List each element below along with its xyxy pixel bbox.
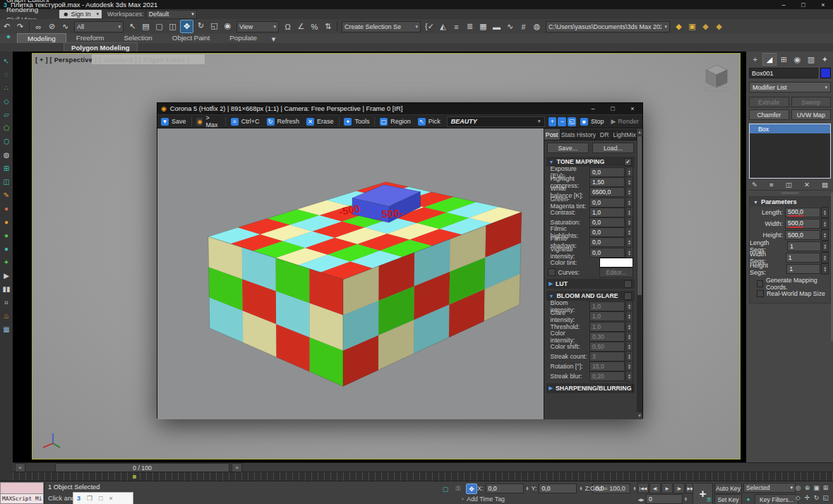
polygon-subobject-icon[interactable]: ⬠ [1, 121, 12, 135]
select-by-name-icon[interactable]: ▤ [140, 20, 152, 32]
isolate-selection-icon[interactable]: ▢ [441, 484, 450, 493]
auto-key-button[interactable]: Auto Key [714, 483, 742, 493]
ribbon-tab[interactable]: Selection [114, 33, 162, 42]
value-field[interactable]: 1,0 [589, 322, 625, 332]
paint-deform-icon[interactable]: ✎ [1, 188, 12, 202]
value-field[interactable]: 15,0 [589, 361, 625, 371]
render-production-icon[interactable]: ◆ [700, 20, 712, 32]
curves-checkbox[interactable] [548, 268, 556, 276]
select-and-scale-icon[interactable]: ◱ [208, 20, 220, 32]
toggle-layer-explorer-icon[interactable]: ▦ [477, 20, 489, 32]
curves-editor-button[interactable]: Editor... [599, 268, 633, 277]
populate-walk-icon[interactable]: ✦ [1, 256, 12, 269]
color-tint-swatch[interactable] [599, 258, 633, 268]
corona-maximize-button[interactable]: □ [603, 104, 623, 114]
value-field[interactable]: 3 [589, 352, 625, 361]
previous-frame-icon[interactable]: ◀| [649, 483, 661, 493]
corona-stop-button[interactable]: ■Stop [577, 116, 608, 127]
corona-copy-button[interactable]: ≡Ctrl+C [227, 116, 263, 127]
create-tab-icon[interactable]: + [749, 54, 761, 65]
spinner-icon[interactable]: ▲▼ [625, 371, 633, 382]
reference-coordinate-dropdown[interactable]: View▾ [236, 21, 279, 32]
value-field[interactable]: 0,50 [589, 342, 625, 352]
spinner-snap-icon[interactable]: ⇅ [322, 20, 334, 32]
mini-viewport-icon[interactable]: ▦ [1, 323, 12, 336]
corona-close-button[interactable]: × [623, 104, 642, 114]
maximize-viewport-icon[interactable]: ◱ [821, 493, 830, 503]
value-field[interactable]: 1,0 [589, 311, 625, 321]
restore-icon[interactable]: ❐ [87, 495, 92, 502]
ribbon-minimize-icon[interactable]: ▾ [268, 35, 280, 43]
modifier-button[interactable]: Extrude [749, 97, 789, 107]
ribbon-tab[interactable]: Modeling [17, 33, 66, 43]
pan-icon[interactable]: ✛ [803, 493, 812, 503]
toggle-ribbon-icon[interactable]: ▬ [491, 20, 503, 32]
scrollbar-thumb[interactable] [637, 136, 642, 295]
minimize-button[interactable]: – [774, 0, 793, 9]
maximize-icon[interactable]: □ [99, 495, 102, 502]
scroll-down-icon[interactable]: ▼ [637, 412, 642, 419]
select-and-link-icon[interactable]: ∞ [32, 20, 44, 32]
value-field[interactable]: 0,0 [589, 237, 625, 247]
play-animation-icon[interactable]: ▶ [1, 269, 12, 282]
close-button[interactable]: × [813, 0, 833, 9]
render-setup-icon[interactable]: ◆ [673, 20, 685, 32]
pause-animation-icon[interactable]: ▮▮ [1, 282, 12, 296]
maximize-button[interactable]: □ [793, 0, 813, 9]
render-iterative-icon[interactable]: ◆ [713, 20, 725, 32]
material-sphere-teal-icon[interactable]: ● [1, 242, 12, 256]
modifier-button[interactable]: Chamfer [749, 109, 789, 120]
corona-erase-button[interactable]: ✕Erase [303, 116, 337, 127]
corona-panel-tab[interactable]: LightMix [613, 129, 637, 140]
symmetry-tool-icon[interactable]: ◫ [1, 175, 12, 188]
panel-divider-handle[interactable] [749, 191, 831, 195]
zoom-extents-icon[interactable]: ▣ [812, 483, 821, 493]
set-key-button[interactable]: Set Key [714, 494, 742, 504]
play-icon[interactable]: ▶ [661, 483, 673, 493]
material-editor-icon[interactable]: ◍ [531, 20, 543, 32]
material-sphere-green-icon[interactable]: ● [1, 229, 12, 242]
corona-pick-button[interactable]: ↖Pick [414, 116, 444, 127]
menu-item[interactable]: Rendering [0, 4, 55, 14]
soft-selection-icon[interactable]: ◌ [1, 68, 12, 81]
parameter-field[interactable]: 500,0 [785, 219, 820, 229]
select-and-rotate-icon[interactable]: ↻ [195, 20, 207, 32]
spinner-icon[interactable]: ▲▼ [821, 263, 829, 275]
spinner-icon[interactable]: ▲▼ [625, 247, 633, 258]
checkbox-icon[interactable] [757, 280, 763, 287]
value-field[interactable]: 0,30 [589, 332, 625, 342]
modifier-list-dropdown[interactable]: Modifier List▾ [749, 82, 831, 92]
parameter-field[interactable]: 1 [787, 241, 821, 251]
rectangular-selection-region-icon[interactable]: ▢ [153, 20, 165, 32]
corona-to-max-button[interactable]: ◉> Max [193, 116, 224, 127]
key-filters-icon[interactable]: ✦ [743, 495, 753, 504]
percent-snap-icon[interactable]: % [308, 20, 320, 32]
material-sphere-orange-icon[interactable]: ● [1, 215, 12, 229]
edge-subobject-icon[interactable]: ◇ [1, 95, 12, 108]
rendered-frame-window-icon[interactable]: ▣ [686, 20, 698, 32]
sign-in-button[interactable]: ☻ Sign In▾ [59, 10, 102, 18]
tone-save-button[interactable]: Save... [547, 143, 589, 153]
spinner-icon[interactable]: ▲▼ [822, 241, 829, 252]
generate-topology-icon[interactable]: ⊞ [1, 162, 12, 175]
value-field[interactable]: 1,0 [589, 208, 625, 217]
grid-display-icon[interactable]: ⌗ [1, 296, 12, 309]
field-of-view-icon[interactable]: ◇ [793, 493, 803, 503]
value-field[interactable]: 0,20 [589, 371, 625, 381]
sharpening-header[interactable]: ▶ SHARPENING/BLURRING [546, 383, 635, 393]
phoenix-fire-icon[interactable]: ♨ [1, 309, 12, 323]
next-frame-icon[interactable]: |▶ [673, 483, 685, 493]
border-subobject-icon[interactable]: ▱ [1, 108, 12, 121]
object-name-field[interactable]: Box001 [749, 68, 818, 78]
taskbar-thumbnail-overlay[interactable]: 3 ❐ □ × [73, 492, 133, 504]
select-and-place-icon[interactable]: ◉ [222, 20, 234, 32]
named-selection-set-field[interactable]: Create Selection Se▾ [342, 21, 421, 32]
value-field[interactable]: 0,0 [589, 167, 625, 177]
checkbox-icon[interactable] [757, 290, 764, 297]
show-end-result-icon[interactable]: ≡ [769, 181, 774, 188]
mirror-icon[interactable]: ◭ [437, 20, 449, 32]
value-field[interactable]: 1,0 [589, 301, 625, 311]
corona-region-button[interactable]: ▢Region [376, 116, 414, 127]
corona-minimize-button[interactable]: – [583, 104, 603, 114]
use-nurms-icon[interactable]: ◍ [1, 148, 12, 162]
